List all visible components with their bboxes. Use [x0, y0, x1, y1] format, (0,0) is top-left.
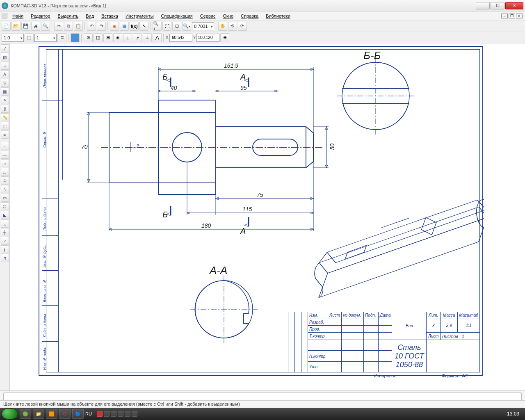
preview-button[interactable]: 🔍 [41, 22, 50, 31]
tool-arc-icon[interactable]: ◡ [1, 168, 9, 176]
props-button[interactable]: ■ [110, 22, 119, 31]
tool-param-icon[interactable]: § [1, 105, 9, 113]
tool-sel-icon[interactable]: ⬚ [1, 122, 9, 130]
zoom-fit-button[interactable]: ⊡ [172, 22, 181, 31]
taskbar-app-5[interactable]: 🔵 [72, 409, 84, 419]
tool-text-icon[interactable]: A [1, 70, 9, 78]
snap4-button[interactable]: ◈ [113, 33, 122, 42]
tool-line-icon[interactable]: ╱ [1, 44, 9, 52]
lang-indicator[interactable]: RU [85, 411, 92, 416]
tool-dim-icon[interactable]: ↔ [1, 62, 9, 70]
copy-button[interactable]: ⧉ [64, 22, 73, 31]
menu-edit[interactable]: Редактор [27, 12, 53, 20]
taskbar-app-4[interactable]: O [59, 409, 71, 419]
tray-icon[interactable] [104, 411, 110, 417]
tray-icon[interactable] [132, 411, 137, 417]
taskbar: 🟢 📁 🟧 O 🔵 RU 13:03 [0, 408, 525, 420]
tool-hatch-icon[interactable]: ▨ [1, 53, 9, 61]
snap5-button[interactable]: ⟂ [123, 33, 132, 42]
tool-poly-icon[interactable]: ⬠ [1, 202, 9, 210]
menu-service[interactable]: Сервис [197, 12, 219, 20]
tool-chamfer-icon[interactable]: ◣ [1, 211, 9, 219]
snap1-button[interactable]: ⊙ [84, 33, 93, 42]
coord-lock-button[interactable]: ⊕ [220, 33, 229, 42]
maximize-button[interactable]: ☐ [491, 2, 504, 9]
close-button[interactable]: ✕ [505, 2, 523, 9]
scale-combo[interactable]: 1.0 [2, 34, 24, 42]
drawing-canvas[interactable]: Перв. примен. Справ. № Подп. и дата Инв.… [10, 43, 525, 390]
menu-view[interactable]: Вид [82, 12, 97, 20]
tool-seg-icon[interactable]: — [1, 151, 9, 159]
snap6-button[interactable]: ⫽ [133, 33, 142, 42]
coord-x[interactable]: -60.542 [169, 34, 192, 42]
tray-icon[interactable] [111, 411, 116, 417]
tool-measure-icon[interactable]: 📏 [1, 113, 9, 121]
paste-button[interactable]: 📋 [74, 22, 83, 31]
tool-equid-icon[interactable]: ⫿ [1, 245, 9, 253]
mdi-restore-button[interactable]: ❐ [509, 14, 515, 18]
pan-button[interactable]: ✋ [218, 22, 227, 31]
mdi-close-button[interactable]: × [516, 14, 523, 18]
color-button[interactable] [71, 33, 80, 42]
snap3-button[interactable]: ⊞ [103, 33, 112, 42]
vars-button[interactable]: ▦ [120, 22, 129, 31]
menu-file[interactable]: Файл [9, 12, 27, 20]
menu-window[interactable]: Окно [219, 12, 237, 20]
redo-button[interactable]: ↷ [97, 22, 106, 31]
undo-button[interactable]: ↶ [87, 22, 96, 31]
snap7-button[interactable]: ⊥ [143, 33, 152, 42]
prev-view-button[interactable]: ⟲ [228, 22, 237, 31]
dim-label: 180 [201, 222, 211, 229]
tool-ellipse-icon[interactable]: ⬭ [1, 176, 9, 185]
menu-insert[interactable]: Вставка [98, 12, 121, 20]
open-button[interactable]: 📂 [11, 22, 21, 31]
tool-rect-icon[interactable]: ▭ [1, 194, 9, 202]
save-button[interactable]: 💾 [21, 22, 30, 31]
tool-spec-icon[interactable]: ≡ [1, 130, 9, 139]
tool-edit-icon[interactable]: ✎ [1, 96, 9, 104]
tool-autoline-icon[interactable]: ↯ [1, 254, 9, 262]
tool-cont-icon[interactable]: ⟋ [1, 237, 9, 245]
fx-button[interactable]: f(x) [130, 22, 139, 31]
print-button[interactable]: 🖨 [31, 22, 40, 31]
tool-axis-icon[interactable]: ┼ [1, 228, 9, 236]
menu-tools[interactable]: Инструменты [122, 12, 157, 20]
cut-button[interactable]: ✂ [54, 22, 63, 31]
tool-point-icon[interactable]: · [1, 142, 9, 150]
tool-fillet-icon[interactable]: ◟ [1, 219, 9, 228]
toolbar-1: 📄 📂 💾 🖨 🔍 ✂ ⧉ 📋 ↶ ↷ ■ ▦ f(x) ↖ 🔍+ ⛶ ⊡ 🔍-… [0, 21, 525, 32]
taskbar-app-3[interactable]: 🟧 [46, 409, 57, 419]
taskbar-app-2[interactable]: 📁 [33, 409, 44, 419]
menu-libs[interactable]: Библиотеки [262, 12, 294, 20]
snap2-button[interactable]: ◫ [94, 33, 103, 42]
taskbar-app-1[interactable]: 🟢 [20, 409, 31, 419]
coord-y[interactable]: 100.120 [196, 34, 219, 42]
dim-label: 40 [171, 84, 177, 91]
zoom-combo[interactable]: 0.7031 [192, 22, 214, 30]
new-doc-button[interactable]: 📄 [2, 22, 11, 31]
zoom-out-button[interactable]: 🔍- [182, 22, 191, 31]
refresh-button[interactable]: ⟳ [238, 22, 247, 31]
zoom-window-button[interactable]: ⛶ [162, 22, 171, 31]
layer-combo[interactable]: 1 [34, 34, 57, 42]
mdi-min-button[interactable]: – [501, 14, 508, 18]
start-button[interactable] [2, 409, 18, 419]
dim-label: 50 [329, 144, 336, 150]
tool-spline-icon[interactable]: ∿ [1, 185, 9, 193]
tray-icon[interactable] [118, 411, 123, 417]
states-button[interactable]: ⬚ [25, 33, 34, 42]
tray-icon[interactable] [125, 411, 130, 417]
tray-icon[interactable] [97, 411, 103, 417]
menu-help[interactable]: Справка [237, 12, 262, 20]
tool-table-icon[interactable]: ▦ [1, 87, 9, 96]
layer-mgr-button[interactable]: ≣ [57, 33, 66, 42]
minimize-button[interactable]: — [476, 2, 490, 9]
menu-spec[interactable]: Спецификация [158, 12, 196, 20]
zoom-in-button[interactable]: 🔍+ [153, 22, 162, 31]
cursor-button[interactable]: ↖ [139, 22, 148, 31]
menu-select[interactable]: Выделить [54, 12, 82, 20]
clock[interactable]: 13:03 [507, 411, 523, 417]
snap8-button[interactable]: ⋀ [153, 33, 162, 42]
tool-rough-icon[interactable]: ▽ [1, 79, 9, 87]
tool-circle-icon[interactable]: ○ [1, 159, 9, 167]
